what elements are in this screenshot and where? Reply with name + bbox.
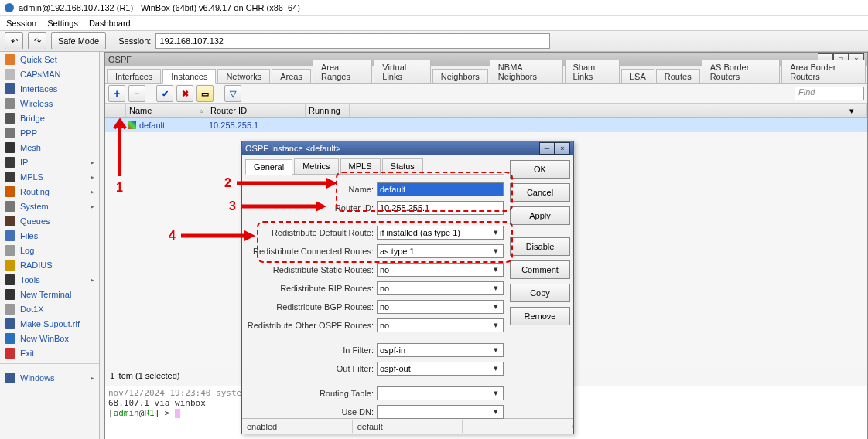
sidebar-item-label: New Terminal [20,290,71,299]
tab-virtual-links[interactable]: Virtual Links [374,60,430,83]
sidebar-item-quick-set[interactable]: Quick Set [0,52,99,66]
sidebar-item-mpls[interactable]: MPLS▸ [0,169,99,184]
redistribute-default-select[interactable]: if installed (as type 1) [377,226,504,240]
sidebar-item-log[interactable]: Log [0,243,99,257]
dialog-tab-status[interactable]: Status [382,158,423,174]
dialog-tab-general[interactable]: General [245,159,292,175]
sidebar-item-tools[interactable]: Tools▸ [0,272,99,287]
dialog-tab-mpls[interactable]: MPLS [340,158,381,174]
tab-interfaces[interactable]: Interfaces [107,69,161,83]
find-input[interactable]: Find [795,87,864,100]
sidebar-item-new-terminal[interactable]: New Terminal [0,287,99,301]
tab-sham-links[interactable]: Sham Links [565,60,620,83]
sidebar-icon [5,318,15,329]
sidebar-item-files[interactable]: Files [0,228,99,243]
copy-button[interactable]: Copy [510,284,570,302]
comment-button-2[interactable]: Comment [510,260,570,279]
sidebar-item-ip[interactable]: IP▸ [0,155,99,169]
in-filter-label: In Filter: [245,345,377,355]
sidebar-item-mesh[interactable]: Mesh [0,140,99,155]
tab-networks[interactable]: Networks [217,69,270,83]
disable-button[interactable]: ✖ [176,85,193,102]
grid-header-name[interactable]: Name▵ [126,104,207,117]
sidebar-item-capsman[interactable]: CAPsMAN [0,66,99,81]
disable-button-2[interactable]: Disable [510,237,570,256]
router-id-label: Router ID: [245,203,377,213]
sidebar-item-dot1x[interactable]: Dot1X [0,301,99,316]
tab-lsa[interactable]: LSA [621,69,654,83]
tab-areas[interactable]: Areas [272,69,311,83]
redo-icon: ↷ [34,36,41,46]
menu-session[interactable]: Session [6,19,36,28]
ok-button[interactable]: OK [510,160,570,179]
sidebar-item-radius[interactable]: RADIUS [0,257,99,272]
tab-area-border-routers[interactable]: Area Border Routers [781,60,866,83]
session-address-box[interactable]: 192.168.107.132 [155,33,550,49]
sidebar-item-new-winbox[interactable]: New WinBox [0,331,99,345]
tab-area-ranges[interactable]: Area Ranges [313,60,372,83]
sidebar-item-label: Tools [20,275,40,284]
sidebar-item-bridge[interactable]: Bridge [0,111,99,125]
sidebar-item-windows[interactable]: Windows ▸ [0,370,99,385]
sidebar-item-make-supout-rif[interactable]: Make Supout.rif [0,316,99,331]
sidebar-item-label: Routing [20,187,50,196]
sidebar-item-ppp[interactable]: PPP [0,125,99,140]
menu-dashboard[interactable]: Dashboard [89,19,131,28]
sidebar-item-exit[interactable]: Exit [0,345,99,360]
add-button[interactable]: + [108,85,125,102]
remove-button[interactable]: Remove [510,307,570,325]
sidebar-item-queues[interactable]: Queues [0,213,99,228]
safe-mode-button[interactable]: Safe Mode [51,32,106,49]
sidebar-icon [5,245,15,256]
filter-button[interactable]: ▽ [224,85,241,102]
sidebar-item-label: Wireless [20,99,53,108]
sidebar-item-interfaces[interactable]: Interfaces [0,81,99,96]
dialog-minimize-button[interactable]: ─ [539,142,555,155]
grid-header-router-id[interactable]: Router ID [207,104,306,117]
out-filter-select[interactable]: ospf-out [377,362,504,376]
folder-icon: ▭ [201,89,209,99]
grid-header-dropdown[interactable]: ▾ [846,104,867,117]
sidebar-icon [5,216,15,226]
undo-button[interactable]: ↶ [5,32,23,49]
apply-button[interactable]: Apply [510,206,570,225]
sidebar-item-system[interactable]: System▸ [0,199,99,213]
redistribute-static-select[interactable]: no [377,263,504,277]
sidebar-item-label: CAPsMAN [20,70,61,79]
use-dn-select[interactable] [377,405,504,419]
redo-button[interactable]: ↷ [28,32,46,49]
tab-neighbors[interactable]: Neighbors [432,69,488,83]
tab-routes[interactable]: Routes [656,69,700,83]
sidebar-icon [5,289,15,300]
name-input[interactable]: default [377,182,504,196]
router-id-input[interactable]: 10.255.255.1 [377,201,504,215]
dialog-tab-metrics[interactable]: Metrics [294,158,338,174]
sidebar-item-label: Quick Set [20,55,57,64]
redistribute-bgp-select[interactable]: no [377,300,504,314]
tab-as-border-routers[interactable]: AS Border Routers [702,60,781,83]
enable-button[interactable]: ✔ [156,85,173,102]
dialog-close-button[interactable]: × [555,142,570,155]
redistribute-connected-select[interactable]: as type 1 [377,244,504,258]
tab-instances[interactable]: Instances [162,69,216,84]
redistribute-other-select[interactable]: no [377,318,504,332]
redistribute-rip-select[interactable]: no [377,281,504,295]
dialog-titlebar[interactable]: OSPF Instance <default> ─ × [242,141,573,155]
sidebar-item-wireless[interactable]: Wireless [0,96,99,111]
out-filter-label: Out Filter: [245,364,377,373]
grid-header-blank[interactable] [105,104,126,117]
in-filter-select[interactable]: ospf-in [377,343,504,357]
toolbar: ↶ ↷ Safe Mode Session: 192.168.107.132 [0,30,868,52]
table-row[interactable]: default 10.255.255.1 [105,118,867,132]
remove-row-button[interactable]: − [128,85,145,102]
sidebar-item-routing[interactable]: Routing▸ [0,184,99,199]
sidebar-item-label: RADIUS [20,260,53,270]
cancel-button[interactable]: Cancel [510,183,570,202]
sidebar-icon [5,230,15,241]
grid-header-running[interactable]: Running [306,104,350,117]
sidebar-icon [5,54,15,65]
menu-settings[interactable]: Settings [47,19,78,28]
comment-button[interactable]: ▭ [196,85,214,102]
routing-table-select[interactable] [377,386,504,400]
tab-nbma-neighbors[interactable]: NBMA Neighbors [490,60,563,83]
